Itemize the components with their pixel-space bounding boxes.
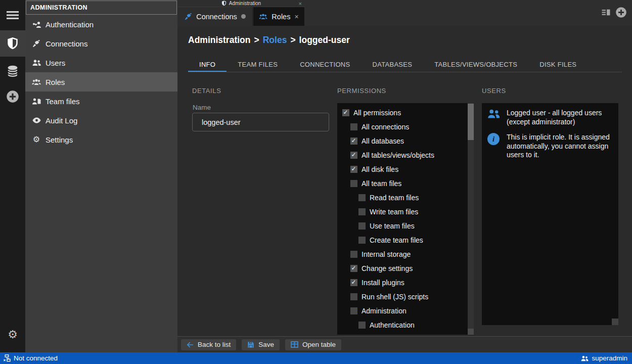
checkbox-unchecked[interactable] (358, 222, 366, 230)
checkbox-unchecked[interactable] (358, 194, 366, 201)
plug-icon (32, 39, 41, 48)
permission-row[interactable]: Internal storage (337, 247, 474, 261)
close-icon[interactable]: × (294, 13, 298, 21)
status-bar: Not connected superadmin (0, 352, 632, 364)
checkbox-unchecked[interactable] (350, 293, 357, 300)
plus-circle-icon (6, 90, 19, 103)
sidebar-item-label: Users (46, 59, 65, 67)
tab-group-header[interactable]: Administration × (177, 0, 305, 7)
shield-icon (7, 37, 19, 50)
checkbox-checked[interactable] (342, 109, 349, 116)
permission-row[interactable]: Change settings (337, 261, 474, 276)
sidebar-item-team-files[interactable]: Team files (25, 92, 177, 111)
button-label: Open table (302, 341, 336, 348)
add-rail-button[interactable] (0, 84, 25, 109)
checkbox-checked[interactable] (350, 152, 357, 159)
users-icon (32, 59, 41, 66)
connection-status-label: Not connected (14, 354, 58, 362)
permission-row[interactable]: All permissions (337, 106, 474, 120)
permission-row[interactable]: Use team files (337, 219, 474, 233)
permission-row[interactable]: Administration (337, 304, 474, 318)
sidebar-item-label: Connections (46, 39, 87, 48)
detail-tabs: INFO TEAM FILES CONNECTIONS DATABASES TA… (188, 57, 622, 72)
scrollbar-thumb[interactable] (468, 104, 474, 140)
permission-row[interactable]: All connections (337, 120, 474, 134)
modified-dot-icon (241, 14, 246, 19)
tab-tables-views-objects[interactable]: TABLES/VIEWS/OBJECTS (423, 57, 528, 72)
permission-row[interactable]: Authentication (337, 318, 474, 332)
permission-row[interactable]: All databases (337, 134, 474, 148)
permission-row[interactable]: All team files (337, 176, 474, 191)
role-description: Logged user - all logged users (except a… (507, 109, 612, 126)
breadcrumb-separator: > (250, 35, 262, 45)
tab-roles[interactable]: Roles × (253, 7, 304, 26)
widget-panel-toggle-icon[interactable] (601, 8, 611, 17)
shield-icon (221, 1, 227, 6)
permission-row[interactable]: Create team files (337, 233, 474, 247)
main-area: Administration × Connections Roles (177, 0, 632, 352)
permission-label: Read team files (370, 194, 419, 202)
sidebar-item-authentication[interactable]: Authentication (25, 15, 177, 34)
tab-connections[interactable]: Connections (178, 7, 253, 26)
checkbox-unchecked[interactable] (350, 180, 357, 187)
permission-label: Authentication (370, 321, 415, 329)
database-rail-button[interactable] (0, 59, 25, 84)
permission-label: Create team files (370, 236, 423, 244)
sidebar-item-connections[interactable]: Connections (25, 34, 177, 53)
add-circle-icon[interactable] (615, 7, 627, 18)
logged-in-user[interactable]: superadmin (581, 354, 632, 362)
plug-icon (185, 13, 192, 20)
tab-info[interactable]: INFO (188, 57, 227, 72)
permission-row[interactable]: Read team files (337, 191, 474, 205)
checkbox-checked[interactable] (350, 166, 357, 173)
sidebar-item-roles[interactable]: Roles (25, 72, 177, 92)
roles-icon (32, 78, 41, 85)
checkbox-unchecked[interactable] (350, 251, 357, 258)
connection-status[interactable]: Not connected (0, 354, 58, 362)
scrollbar-corner (612, 318, 618, 325)
tab-strip: Administration × Connections Roles (177, 0, 632, 26)
permission-label: Administration (362, 307, 407, 315)
checkbox-checked[interactable] (350, 279, 357, 286)
sidebar-item-audit-log[interactable]: Audit Log (25, 111, 177, 130)
permission-row[interactable]: Install plugins (337, 276, 474, 290)
key-user-icon (32, 21, 41, 28)
save-button[interactable]: Save (242, 339, 280, 350)
checkbox-unchecked[interactable] (350, 123, 357, 130)
permission-row[interactable]: Run shell (JS) scripts (337, 290, 474, 304)
breadcrumb-segment-link[interactable]: Roles (263, 35, 287, 45)
name-label: Name (193, 104, 211, 111)
permission-label: Change settings (362, 264, 413, 272)
open-table-button[interactable]: Open table (285, 339, 341, 350)
checkbox-checked[interactable] (350, 265, 357, 272)
users-panel: Logged user - all logged users (except a… (482, 103, 618, 325)
checkbox-checked[interactable] (350, 138, 357, 145)
close-icon[interactable]: × (299, 1, 302, 7)
sidebar-item-settings[interactable]: ⚙ Settings (25, 130, 177, 149)
back-to-list-button[interactable]: Back to list (181, 339, 236, 350)
breadcrumb-segment: logged-user (299, 35, 350, 45)
permission-row[interactable]: All tables/views/objects (337, 148, 474, 162)
sidebar-item-users[interactable]: Users (25, 53, 177, 72)
checkbox-unchecked[interactable] (350, 307, 357, 314)
permission-label: Use team files (370, 222, 415, 230)
tab-group-label: Administration (229, 1, 261, 6)
permission-label: Run shell (JS) scripts (362, 293, 428, 301)
breadcrumb: Administration>Roles>logged-user (188, 35, 350, 46)
permissions-heading: PERMISSIONS (337, 87, 386, 95)
menu-button[interactable] (0, 3, 25, 28)
settings-rail-button[interactable]: ⚙ (0, 322, 25, 347)
administration-rail-button[interactable] (0, 30, 25, 57)
checkbox-unchecked[interactable] (358, 237, 366, 244)
tab-databases[interactable]: DATABASES (361, 57, 423, 72)
checkbox-unchecked[interactable] (358, 322, 366, 329)
tab-connections[interactable]: CONNECTIONS (289, 57, 361, 72)
checkbox-unchecked[interactable] (358, 208, 366, 215)
tab-team-files[interactable]: TEAM FILES (227, 57, 289, 72)
permission-row[interactable]: Write team files (337, 205, 474, 219)
permission-row[interactable]: All disk files (337, 162, 474, 176)
name-input[interactable] (192, 113, 329, 131)
user-icon (581, 355, 589, 361)
sidebar-item-label: Roles (46, 78, 65, 86)
tab-disk-files[interactable]: DISK FILES (528, 57, 588, 72)
